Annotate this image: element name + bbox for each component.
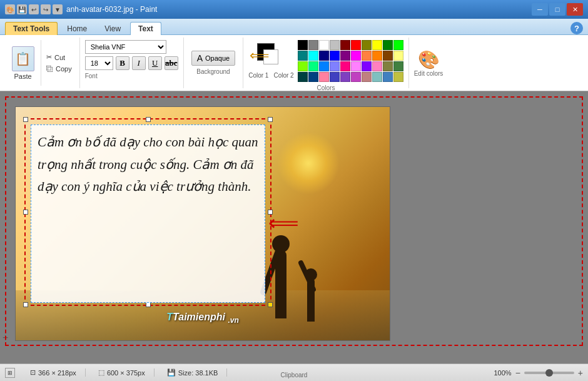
paste-icon: 📋 bbox=[12, 46, 34, 71]
quick-save-icon[interactable]: 💾 bbox=[17, 4, 27, 14]
color-cell[interactable] bbox=[319, 61, 329, 71]
title-bar: 🎨 💾 ↩ ↪ ▼ anh-avatar-6032.jpg - Paint ─ … bbox=[0, 0, 588, 19]
font-row1: Shelia VNF Arial Times New Roman bbox=[85, 40, 178, 54]
color-cell[interactable] bbox=[308, 51, 318, 61]
color-cell[interactable] bbox=[393, 40, 403, 50]
paste-button[interactable]: 📋 Paste bbox=[10, 40, 41, 86]
cut-button[interactable]: ✂ Cut bbox=[44, 52, 74, 63]
color-cell[interactable] bbox=[308, 72, 318, 82]
color-cell[interactable] bbox=[393, 61, 403, 71]
text-edit-box[interactable]: Cảm ơn bố đã dạy cho con bài học quan tr… bbox=[31, 124, 265, 303]
cut-icon: ✂ bbox=[46, 53, 52, 61]
strikethrough-button[interactable]: abc bbox=[165, 56, 178, 70]
quick-undo-icon[interactable]: ↩ bbox=[29, 4, 39, 14]
clipboard-small-buttons: ✂ Cut ⿻ Copy bbox=[44, 40, 74, 86]
color-cell[interactable] bbox=[351, 40, 361, 50]
title-controls: ─ □ ✕ bbox=[532, 3, 583, 16]
add-canvas-icon[interactable]: + bbox=[3, 332, 8, 343]
color-cell[interactable] bbox=[372, 40, 382, 50]
window-title: anh-avatar-6032.jpg - Paint bbox=[66, 5, 157, 14]
color-cell[interactable] bbox=[362, 40, 372, 50]
color-palette bbox=[298, 40, 403, 82]
canvas-area[interactable]: Cảm ơn bố đã dạy cho con bài học quan tr… bbox=[0, 91, 588, 363]
color2-label: Color 2 bbox=[273, 72, 293, 79]
color-cell[interactable] bbox=[298, 61, 308, 71]
red-arrow-indicator: ⟸ bbox=[268, 210, 299, 235]
color-cell[interactable] bbox=[330, 72, 340, 82]
copy-button[interactable]: ⿻ Copy bbox=[44, 64, 74, 74]
color-cell[interactable] bbox=[330, 40, 340, 50]
context-tab-text-tools[interactable]: Text Tools bbox=[5, 22, 58, 35]
color-cell[interactable] bbox=[319, 40, 329, 50]
color-cell[interactable] bbox=[308, 61, 318, 71]
color-cell[interactable] bbox=[383, 51, 393, 61]
watermark-t: T bbox=[166, 312, 173, 322]
arrow-indicator: ⟸ bbox=[250, 48, 270, 64]
color-cell[interactable] bbox=[393, 72, 403, 82]
ribbon: 📋 Paste ✂ Cut ⿻ Copy Clipboard Shelia VN… bbox=[0, 35, 588, 91]
color-cell[interactable] bbox=[298, 72, 308, 82]
color-cell[interactable] bbox=[383, 61, 393, 71]
copy-icon: ⿻ bbox=[46, 65, 53, 73]
color-cell[interactable] bbox=[351, 61, 361, 71]
color-cell[interactable] bbox=[362, 72, 372, 82]
help-icon[interactable]: ? bbox=[570, 22, 583, 34]
app-icon: 🎨 bbox=[5, 4, 15, 14]
handle-ml[interactable] bbox=[23, 210, 28, 215]
color-cell[interactable] bbox=[330, 51, 340, 61]
colors-section-label: Colors bbox=[248, 84, 403, 91]
title-bar-icons: 🎨 💾 ↩ ↪ ▼ bbox=[5, 4, 63, 14]
ribbon-tabs: Text Tools Home View Text ? bbox=[0, 19, 588, 35]
zoom-slider[interactable] bbox=[524, 372, 574, 374]
color-cell[interactable] bbox=[372, 51, 382, 61]
color-cell[interactable] bbox=[340, 72, 350, 82]
color-cell[interactable] bbox=[372, 72, 382, 82]
tab-view[interactable]: View bbox=[96, 22, 129, 35]
color-cell[interactable] bbox=[298, 51, 308, 61]
color-cell[interactable] bbox=[298, 40, 308, 50]
tab-text[interactable]: Text bbox=[130, 22, 161, 35]
quick-menu-icon[interactable]: ▼ bbox=[53, 4, 63, 14]
clipboard-label: Clipboard bbox=[0, 372, 588, 378]
font-family-select[interactable]: Shelia VNF Arial Times New Roman bbox=[85, 40, 166, 54]
color-cell[interactable] bbox=[340, 40, 350, 50]
handle-tl[interactable] bbox=[23, 117, 28, 122]
color1-label: Color 1 bbox=[248, 72, 268, 79]
color-cell[interactable] bbox=[393, 51, 403, 61]
zoom-thumb[interactable] bbox=[545, 369, 553, 377]
handle-bm[interactable] bbox=[146, 302, 151, 307]
quick-redo-icon[interactable]: ↪ bbox=[41, 4, 51, 14]
handle-bl[interactable] bbox=[23, 302, 28, 307]
close-button[interactable]: ✕ bbox=[567, 3, 583, 16]
handle-tm[interactable] bbox=[146, 117, 151, 122]
font-section-label: Font bbox=[85, 73, 178, 79]
color-cell[interactable] bbox=[319, 51, 329, 61]
color-cell[interactable] bbox=[340, 61, 350, 71]
edit-colors-icon[interactable]: 🎨 bbox=[418, 49, 440, 70]
color-cell[interactable] bbox=[372, 61, 382, 71]
tab-home[interactable]: Home bbox=[59, 22, 95, 35]
maximize-button[interactable]: □ bbox=[549, 3, 565, 16]
color-cell[interactable] bbox=[362, 61, 372, 71]
color-cell[interactable] bbox=[351, 51, 361, 61]
bold-button[interactable]: B bbox=[116, 56, 129, 70]
color-pickers: Color 1 Color 2 bbox=[248, 40, 403, 82]
underline-button[interactable]: U bbox=[148, 56, 162, 70]
minimize-button[interactable]: ─ bbox=[532, 3, 548, 16]
color-cell[interactable] bbox=[362, 51, 372, 61]
background-label: Background bbox=[196, 68, 230, 75]
sun-glow bbox=[277, 132, 340, 195]
background-section: A Opaque ⟸ Background bbox=[184, 38, 244, 88]
opaque-button[interactable]: A Opaque bbox=[191, 51, 236, 66]
font-size-select[interactable]: 18 12 14 16 20 24 bbox=[85, 56, 113, 70]
color-cell[interactable] bbox=[351, 72, 361, 82]
handle-br[interactable] bbox=[268, 302, 273, 307]
color-cell[interactable] bbox=[319, 72, 329, 82]
color-cell[interactable] bbox=[383, 40, 393, 50]
italic-button[interactable]: I bbox=[132, 56, 146, 70]
color-cell[interactable] bbox=[308, 40, 318, 50]
color-cell[interactable] bbox=[383, 72, 393, 82]
color-cell[interactable] bbox=[330, 61, 340, 71]
handle-tr[interactable] bbox=[268, 117, 273, 122]
color-cell[interactable] bbox=[340, 51, 350, 61]
